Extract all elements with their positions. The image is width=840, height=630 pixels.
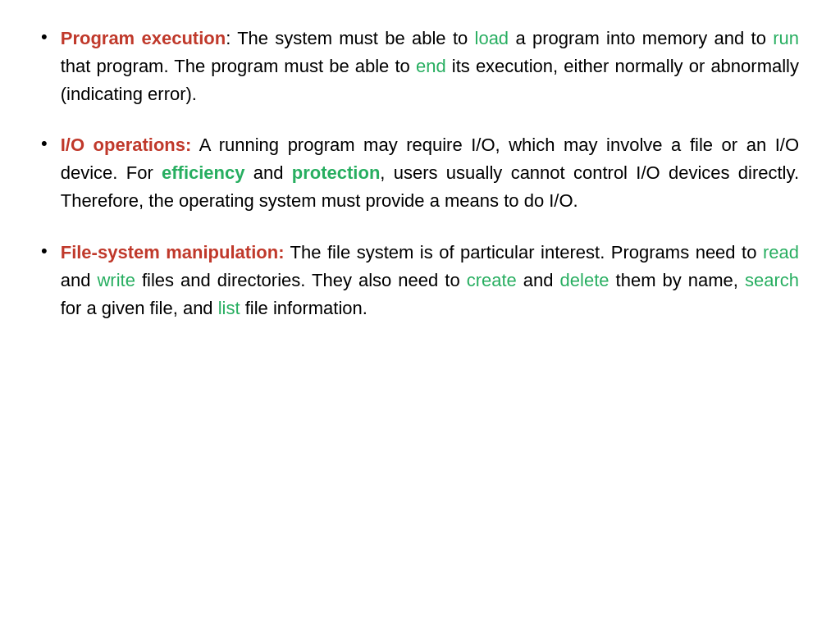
keyword-list: list [218,298,240,318]
list-item-io-operations: • I/O operations: A running program may … [41,131,799,215]
text-3b: and [61,270,98,290]
bullet-point-3: • [41,240,48,262]
text-3c: files and directories. They also need to [135,270,467,290]
bullet-point-2: • [41,133,48,154]
keyword-run: run [773,28,799,48]
text-block-file-system: File-system manipulation: The file syste… [61,239,799,322]
label-file-system: File-system manipulation: [61,242,285,262]
keyword-create: create [467,270,517,290]
main-content: • Program execution: The system must be … [41,25,799,345]
keyword-end: end [416,56,446,76]
bullet-point-1: • [41,26,48,48]
text-block-program-execution: Program execution: The system must be ab… [61,25,799,108]
text-1b: that program. The program must be able t… [61,56,416,76]
label-io-operations: I/O operations: [61,135,192,155]
text-3d: and [517,270,560,290]
bullet-list: • Program execution: The system must be … [41,25,799,322]
text-2b: and [245,162,292,183]
keyword-protection: protection [292,162,381,183]
text-1a: a program into memory and to [509,28,773,48]
text-3a: The file system is of particular interes… [284,242,762,262]
keyword-search: search [745,270,799,290]
keyword-delete: delete [560,270,609,290]
keyword-load: load [475,28,509,48]
label-colon-1: : The system must be able to [226,28,474,48]
list-item-file-system: • File-system manipulation: The file sys… [41,239,799,322]
text-3f: for a given file, and [61,298,218,318]
keyword-read: read [763,242,799,262]
text-3g: file information. [240,298,368,318]
keyword-write: write [97,270,135,290]
list-item-program-execution: • Program execution: The system must be … [41,25,799,108]
keyword-efficiency: efficiency [162,162,245,183]
label-program-execution: Program execution [61,28,226,48]
text-3e: them by name, [609,270,745,290]
text-block-io-operations: I/O operations: A running program may re… [61,131,799,215]
